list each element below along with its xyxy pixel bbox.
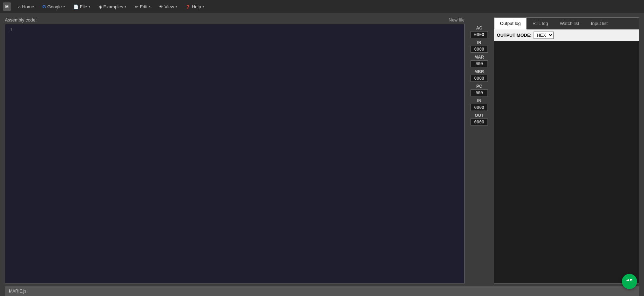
register-ir-input[interactable] [471,46,488,53]
output-content: OUTPUT MODE: HEX DEC OCT BIN [494,29,639,283]
register-in-input[interactable] [471,104,488,111]
register-ir: IR [469,40,490,53]
app-logo: M [3,2,11,11]
status-bar-label: MARIE.js [9,289,26,294]
register-pc: PC [469,84,490,96]
editor-section: Assembly code: New file 1 [5,17,465,284]
output-panel: Output log RTL log Watch list Input list… [494,17,639,284]
register-pc-label: PC [476,84,482,89]
register-mbr-label: MBR [474,69,484,74]
tab-watch-list-label: Watch list [560,21,579,26]
main-area: Assembly code: New file 1 AC IR MAR [0,13,644,296]
register-mar: MAR [469,55,490,67]
output-mode-row: OUTPUT MODE: HEX DEC OCT BIN [494,29,639,41]
output-log-area[interactable] [494,41,639,283]
nav-help[interactable]: Help ▾ [182,3,208,11]
tab-input-list-label: Input list [591,21,608,26]
file-icon [73,4,79,9]
tab-output-log-label: Output log [500,21,521,26]
assembly-code-label: Assembly code: [5,17,37,23]
register-in-label: IN [477,98,481,103]
new-file-link[interactable]: New file [449,17,465,23]
help-caret: ▾ [203,5,204,8]
file-caret: ▾ [89,5,90,8]
register-out: OUT [469,113,490,125]
tab-output-log[interactable]: Output log [494,18,527,29]
line-number-1: 1 [8,26,13,33]
nav-home-label: Home [22,4,34,9]
nav-examples-label: Examples [104,4,123,9]
edit-caret: ▾ [149,5,151,8]
tab-rtl-log[interactable]: RTL log [527,18,554,29]
output-mode-label: OUTPUT MODE: [497,33,531,38]
home-icon [18,4,21,9]
nav-view-label: View [164,4,174,9]
examples-icon [99,4,102,9]
register-mar-input[interactable] [471,60,488,67]
register-ac-input[interactable] [471,31,488,38]
google-caret: ▾ [63,5,65,8]
register-pc-input[interactable] [471,89,488,96]
navbar: M Home Google ▾ File ▾ Examples ▾ Edit ▾… [0,0,644,13]
register-mbr-input[interactable] [471,75,488,82]
tab-rtl-log-label: RTL log [533,21,548,26]
nav-google-label: Google [47,4,62,9]
content-row: Assembly code: New file 1 AC IR MAR [5,17,639,284]
nav-help-label: Help [192,4,201,9]
register-in: IN [469,98,490,111]
editor-header: Assembly code: New file [5,17,465,23]
status-bar: MARIE.js [5,286,639,296]
tab-input-list[interactable]: Input list [585,18,614,29]
tab-watch-list[interactable]: Watch list [554,18,585,29]
tabs-row: Output log RTL log Watch list Input list [494,18,639,29]
register-ac: AC [469,26,490,38]
view-caret: ▾ [176,5,177,8]
nav-edit[interactable]: Edit ▾ [131,3,154,11]
register-mbr: MBR [469,69,490,82]
floating-feedback-button[interactable]: ❝❞ [622,274,637,289]
register-out-input[interactable] [471,119,488,125]
view-icon [159,4,163,9]
nav-examples[interactable]: Examples ▾ [95,3,130,11]
help-icon [186,4,190,9]
edit-icon [135,4,138,9]
code-editor: 1 [5,24,465,284]
register-ac-label: AC [476,26,482,31]
nav-google[interactable]: Google ▾ [39,3,69,11]
registers-panel: AC IR MAR MBR PC IN [469,17,490,284]
nav-home[interactable]: Home [15,3,38,11]
register-ir-label: IR [477,40,481,45]
output-mode-select[interactable]: HEX DEC OCT BIN [534,32,554,39]
line-numbers: 1 [5,24,16,283]
nav-file-label: File [80,4,87,9]
register-mar-label: MAR [474,55,484,60]
nav-file[interactable]: File ▾ [70,3,94,11]
quote-icon: ❝❞ [626,278,633,285]
nav-view[interactable]: View ▾ [155,3,181,11]
nav-edit-label: Edit [140,4,147,9]
google-icon [43,4,46,9]
svg-text:M: M [5,5,9,9]
examples-caret: ▾ [125,5,126,8]
register-out-label: OUT [475,113,483,118]
code-textarea[interactable] [16,24,464,283]
